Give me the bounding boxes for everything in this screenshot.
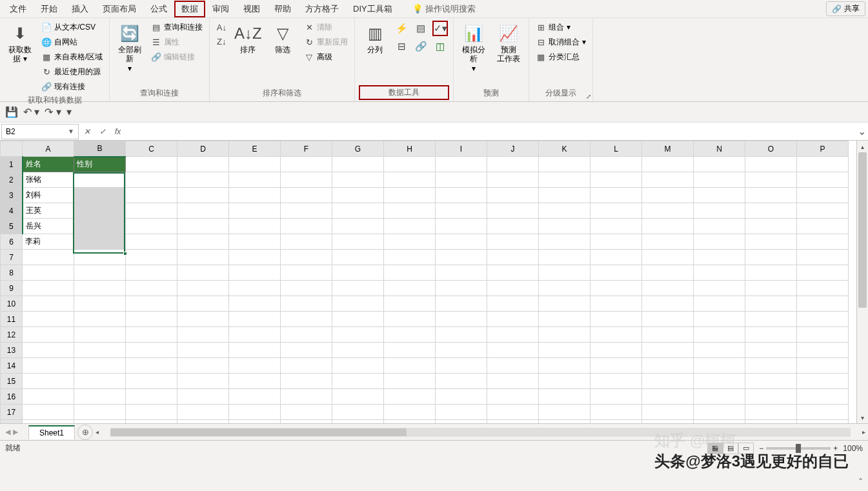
ribbon-btn-全部刷新▾[interactable]: 🔄全部刷新 ▾ xyxy=(114,21,146,75)
ribbon-btn-分列[interactable]: ▥分列 xyxy=(359,21,391,57)
col-header-F[interactable]: F xyxy=(281,141,332,157)
cell-F9[interactable] xyxy=(281,281,332,296)
col-header-G[interactable]: G xyxy=(332,141,384,157)
cell-I12[interactable] xyxy=(436,327,487,343)
cell-O3[interactable] xyxy=(745,188,797,203)
formula-input[interactable] xyxy=(132,123,855,140)
cell-H5[interactable] xyxy=(384,219,436,234)
cell-M2[interactable] xyxy=(642,172,694,188)
cell-J1[interactable] xyxy=(487,157,539,172)
cell-E14[interactable] xyxy=(229,358,281,374)
cell-H17[interactable] xyxy=(384,405,436,420)
cell-L7[interactable] xyxy=(590,250,642,265)
cell-F17[interactable] xyxy=(281,405,332,420)
cell-J11[interactable] xyxy=(487,312,539,327)
cell-H6[interactable] xyxy=(384,234,436,250)
cell-H11[interactable] xyxy=(384,312,436,327)
cell-H16[interactable] xyxy=(384,389,436,405)
cell-A8[interactable] xyxy=(23,265,74,281)
menu-插入[interactable]: 插入 xyxy=(65,1,96,17)
cell-C2[interactable] xyxy=(126,172,177,188)
cell-C10[interactable] xyxy=(126,296,177,312)
cell-J15[interactable] xyxy=(487,374,539,389)
cell-E6[interactable] xyxy=(229,234,281,250)
cell-P2[interactable] xyxy=(797,172,849,188)
cell-C6[interactable] xyxy=(126,234,177,250)
col-header-P[interactable]: P xyxy=(797,141,849,157)
cell-M18[interactable] xyxy=(642,420,694,424)
cell-J12[interactable] xyxy=(487,327,539,343)
cell-E11[interactable] xyxy=(229,312,281,327)
cell-M7[interactable] xyxy=(642,250,694,265)
ribbon-btn-筛选[interactable]: ▽筛选 xyxy=(267,21,299,57)
name-box[interactable]: B2 ▼ xyxy=(1,124,79,139)
cell-B8[interactable] xyxy=(74,265,126,281)
cell-J2[interactable] xyxy=(487,172,539,188)
cell-M6[interactable] xyxy=(642,234,694,250)
menu-DIY工具箱[interactable]: DIY工具箱 xyxy=(346,1,399,17)
cell-F15[interactable] xyxy=(281,374,332,389)
cell-O9[interactable] xyxy=(745,281,797,296)
horizontal-scrollbar[interactable]: ◂ ▸ xyxy=(93,426,868,438)
cell-K7[interactable] xyxy=(539,250,590,265)
cell-I1[interactable] xyxy=(436,157,487,172)
cell-F1[interactable] xyxy=(281,157,332,172)
cell-D8[interactable] xyxy=(177,265,229,281)
zoom-out-button[interactable]: − xyxy=(759,444,763,453)
cell-H1[interactable] xyxy=(384,157,436,172)
cell-E9[interactable] xyxy=(229,281,281,296)
cell-F16[interactable] xyxy=(281,389,332,405)
zoom-thumb[interactable] xyxy=(796,444,801,453)
col-header-K[interactable]: K xyxy=(539,141,590,157)
cell-E18[interactable] xyxy=(229,420,281,424)
cell-I2[interactable] xyxy=(436,172,487,188)
cell-O14[interactable] xyxy=(745,358,797,374)
cell-K15[interactable] xyxy=(539,374,590,389)
cell-I18[interactable] xyxy=(436,420,487,424)
cell-I14[interactable] xyxy=(436,358,487,374)
cell-G17[interactable] xyxy=(332,405,384,420)
ribbon-btn-获取数据▾[interactable]: ⬇获取数 据 ▾ xyxy=(4,21,36,66)
qat-customize[interactable]: ▾ xyxy=(66,106,72,118)
cell-D10[interactable] xyxy=(177,296,229,312)
data-model-icon[interactable]: ◫ xyxy=(432,39,448,54)
cell-L11[interactable] xyxy=(590,312,642,327)
row-header-1[interactable]: 1 xyxy=(1,157,23,172)
cell-G13[interactable] xyxy=(332,343,384,358)
cell-F14[interactable] xyxy=(281,358,332,374)
save-button[interactable]: 💾 xyxy=(5,106,18,118)
cell-C13[interactable] xyxy=(126,343,177,358)
sheet-nav-prev[interactable]: ◀ xyxy=(5,428,10,436)
cell-G8[interactable] xyxy=(332,265,384,281)
dialog-launcher[interactable]: ⤢ xyxy=(586,93,591,100)
menu-方方格子[interactable]: 方方格子 xyxy=(298,1,346,17)
row-header-18[interactable]: 18 xyxy=(1,420,23,424)
cell-N3[interactable] xyxy=(694,188,745,203)
menu-开始[interactable]: 开始 xyxy=(34,1,65,17)
cell-J9[interactable] xyxy=(487,281,539,296)
cell-K4[interactable] xyxy=(539,203,590,219)
row-header-8[interactable]: 8 xyxy=(1,265,23,281)
cell-L15[interactable] xyxy=(590,374,642,389)
cell-N10[interactable] xyxy=(694,296,745,312)
cell-N12[interactable] xyxy=(694,327,745,343)
cell-A12[interactable] xyxy=(23,327,74,343)
cell-D2[interactable] xyxy=(177,172,229,188)
cell-B16[interactable] xyxy=(74,389,126,405)
cell-K3[interactable] xyxy=(539,188,590,203)
ribbon-btn-组合 ▾[interactable]: ⊞组合 ▾ xyxy=(533,21,588,34)
cell-D3[interactable] xyxy=(177,188,229,203)
col-header-D[interactable]: D xyxy=(177,141,229,157)
cell-B6[interactable] xyxy=(74,234,126,250)
cell-A14[interactable] xyxy=(23,358,74,374)
cell-J16[interactable] xyxy=(487,389,539,405)
cell-M13[interactable] xyxy=(642,343,694,358)
ribbon-btn-高级[interactable]: ▽高级 xyxy=(301,50,350,64)
cell-H8[interactable] xyxy=(384,265,436,281)
row-header-2[interactable]: 2 xyxy=(1,172,23,188)
cell-K10[interactable] xyxy=(539,296,590,312)
cell-H12[interactable] xyxy=(384,327,436,343)
cell-A13[interactable] xyxy=(23,343,74,358)
cell-B11[interactable] xyxy=(74,312,126,327)
cell-F10[interactable] xyxy=(281,296,332,312)
